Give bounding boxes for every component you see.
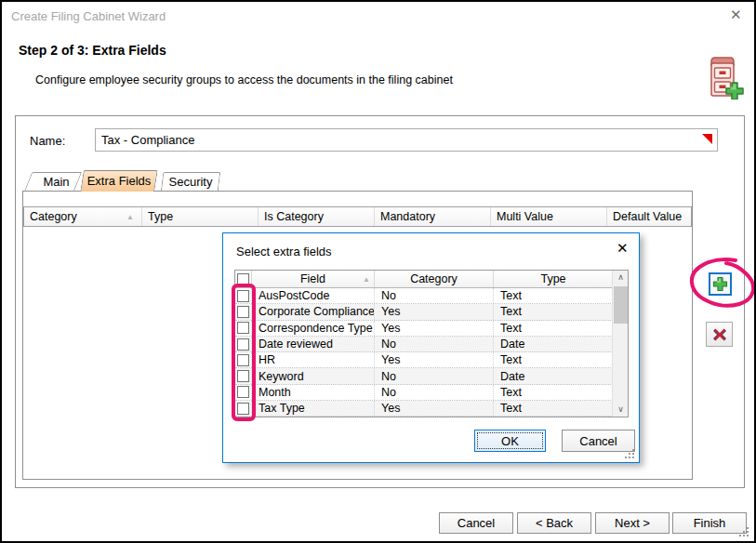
row-checkbox[interactable] bbox=[237, 290, 249, 302]
dialog-close-icon[interactable]: ✕ bbox=[617, 240, 629, 257]
plus-icon bbox=[712, 276, 728, 292]
column-header-type[interactable]: Type bbox=[494, 271, 613, 287]
back-button[interactable]: < Back bbox=[517, 512, 591, 534]
scrollbar-thumb[interactable] bbox=[614, 286, 628, 324]
sort-ascending-icon: ▲ bbox=[363, 275, 370, 284]
add-extra-field-button[interactable] bbox=[709, 272, 732, 296]
table-row[interactable]: Month No Text bbox=[235, 385, 613, 401]
table-row[interactable]: Correspondence Type Yes Text bbox=[235, 321, 613, 337]
filing-cabinet-add-icon bbox=[699, 53, 746, 102]
table-header-row: Field ▲ Category Type bbox=[235, 271, 613, 288]
wizard-window: Create Filing Cabinet Wizard ✕ Step 2 of… bbox=[0, 0, 756, 543]
dialog-title: Select extra fields bbox=[236, 245, 332, 258]
step-title: Step 2 of 3: Extra Fields bbox=[19, 43, 166, 58]
table-row[interactable]: Tax Type Yes Text bbox=[235, 401, 613, 417]
scroll-down-icon[interactable]: ∨ bbox=[613, 403, 629, 417]
table-row[interactable]: AusPostCode No Text bbox=[235, 288, 613, 304]
tab-extra-fields[interactable] bbox=[80, 170, 158, 192]
row-checkbox[interactable] bbox=[237, 338, 249, 351]
extra-fields-grid-header: Category ▲ Type Is Category Mandatory Mu… bbox=[23, 206, 692, 227]
table-row[interactable]: Keyword No Date bbox=[235, 368, 613, 384]
sort-ascending-icon: ▲ bbox=[126, 213, 134, 221]
row-checkbox[interactable] bbox=[237, 370, 249, 382]
tab-security[interactable] bbox=[161, 172, 221, 192]
grid-column-mandatory[interactable]: Mandatory bbox=[375, 207, 491, 226]
table-rows: AusPostCode No Text Corporate Compliance… bbox=[235, 288, 613, 417]
required-marker-icon bbox=[702, 134, 712, 144]
tab-main[interactable] bbox=[24, 172, 82, 192]
row-checkbox[interactable] bbox=[237, 354, 249, 366]
row-checkbox[interactable] bbox=[237, 403, 249, 415]
dialog-resize-grip[interactable] bbox=[632, 449, 634, 451]
grid-column-multi-value[interactable]: Multi Value bbox=[491, 207, 607, 226]
remove-extra-field-button[interactable] bbox=[706, 322, 733, 347]
grid-column-default-value[interactable]: Default Value bbox=[607, 207, 691, 226]
window-resize-grip[interactable] bbox=[747, 527, 749, 529]
extra-fields-table: Field ▲ Category Type AusPostCode No Tex… bbox=[234, 270, 629, 417]
cancel-button[interactable]: Cancel bbox=[439, 512, 513, 534]
grid-column-category[interactable]: Category ▲ bbox=[24, 207, 142, 226]
delete-x-icon bbox=[712, 327, 727, 342]
row-checkbox[interactable] bbox=[237, 322, 249, 334]
table-row[interactable]: Corporate Compliance... Yes Text bbox=[235, 304, 613, 320]
window-close-icon[interactable]: ✕ bbox=[730, 7, 742, 23]
finish-button[interactable]: Finish bbox=[672, 512, 747, 534]
select-all-checkbox[interactable] bbox=[237, 273, 249, 285]
select-extra-fields-dialog: Select extra fields ✕ Field ▲ Category T… bbox=[222, 232, 640, 463]
table-row[interactable]: Date reviewed No Date bbox=[235, 337, 613, 352]
window-title: Create Filing Cabinet Wizard bbox=[11, 9, 166, 23]
grid-column-is-category[interactable]: Is Category bbox=[259, 207, 375, 226]
row-checkbox[interactable] bbox=[237, 306, 249, 318]
select-all-checkbox-cell bbox=[235, 271, 252, 287]
grid-column-type[interactable]: Type bbox=[142, 207, 259, 226]
scroll-up-icon[interactable]: ∧ bbox=[613, 271, 629, 285]
step-description: Configure employee security groups to ac… bbox=[35, 73, 453, 86]
row-checkbox[interactable] bbox=[237, 386, 249, 398]
ok-button[interactable]: OK bbox=[474, 430, 546, 452]
name-label: Name: bbox=[30, 134, 65, 148]
table-scrollbar[interactable]: ∧ ∨ bbox=[612, 271, 628, 417]
column-header-category[interactable]: Category bbox=[375, 271, 494, 287]
table-row[interactable]: HR Yes Text bbox=[235, 352, 613, 368]
name-input[interactable] bbox=[95, 128, 718, 152]
dialog-cancel-button[interactable]: Cancel bbox=[562, 430, 635, 452]
column-header-field[interactable]: Field ▲ bbox=[252, 271, 375, 287]
next-button[interactable]: Next > bbox=[595, 512, 670, 534]
